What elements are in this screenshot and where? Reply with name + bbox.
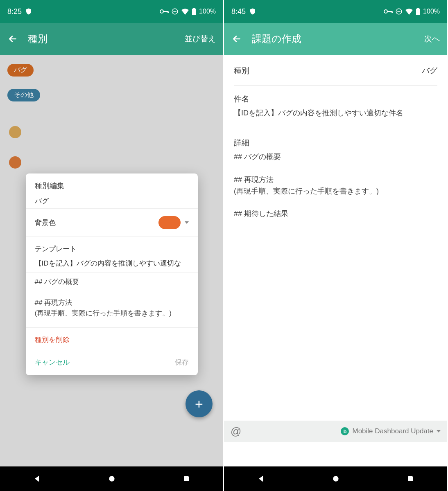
svg-point-6	[384, 10, 387, 13]
page-title: 課題の作成	[252, 32, 424, 45]
android-nav-bar	[224, 466, 447, 491]
wifi-icon	[181, 8, 189, 15]
detail-label: 詳細	[234, 129, 437, 148]
arrow-left-icon	[231, 34, 242, 44]
svg-point-10	[333, 476, 339, 481]
sort-action[interactable]: 並び替え	[185, 34, 216, 44]
battery-text: 100%	[423, 8, 440, 15]
color-swatch	[158, 216, 181, 229]
battery-icon	[192, 8, 197, 15]
save-button[interactable]: 保存	[175, 358, 189, 367]
phone-left: 8:25 100% 種別 並び替え バグ その他	[0, 0, 224, 491]
dialog-title: 種別編集	[35, 181, 189, 191]
type-list-background: バグ その他 種別編集 バグ 背景色 テンプレート 【IDを	[0, 55, 223, 466]
battery-text: 100%	[199, 8, 216, 15]
type-value: バグ	[422, 65, 437, 76]
edit-type-dialog: 種別編集 バグ 背景色 テンプレート 【IDを記入】バグの内容を推測しやすい適切…	[26, 173, 198, 375]
status-icons: 100%	[160, 8, 216, 15]
battery-icon	[416, 8, 421, 15]
type-name-value[interactable]: バグ	[35, 196, 189, 206]
svg-rect-9	[417, 8, 419, 9]
key-icon	[384, 9, 393, 14]
status-time: 8:45	[231, 7, 246, 16]
nav-back[interactable]	[257, 475, 265, 483]
key-icon	[160, 9, 169, 14]
svg-rect-5	[184, 476, 189, 481]
issue-form: 種別 バグ 件名 【IDを記入】バグの内容を推測しやすい適切な件名 詳細 ## …	[224, 55, 447, 466]
svg-point-0	[160, 10, 163, 13]
phone-right: 8:45 100% 課題の作成 次へ 種別 バグ 件名 【IDを記入	[224, 0, 448, 491]
template-body[interactable]: ## バグの概要 ## 再現方法 (再現手順、実際に行った手順を書きます。)	[26, 272, 198, 327]
dnd-icon	[171, 8, 179, 15]
svg-rect-3	[193, 8, 195, 9]
status-bar: 8:25 100%	[0, 0, 223, 23]
editor-toolbar: @ b Mobile Dashboard Update	[224, 421, 447, 442]
shield-icon	[25, 8, 32, 15]
chevron-down-icon	[437, 430, 441, 432]
project-name: Mobile Dashboard Update	[352, 427, 433, 435]
app-bar: 種別 並び替え	[0, 23, 223, 55]
bg-color-picker[interactable]	[158, 216, 189, 229]
nav-back[interactable]	[33, 475, 41, 483]
dnd-icon	[395, 8, 403, 15]
type-field[interactable]: 種別 バグ	[234, 64, 437, 83]
add-fab[interactable]: +	[186, 390, 213, 417]
detail-input[interactable]: ## バグの概要 ## 再現方法 (再現手順、実際に行った手順を書きます。) #…	[234, 148, 437, 228]
nav-home[interactable]	[108, 475, 116, 483]
app-bar: 課題の作成 次へ	[224, 23, 447, 55]
back-button[interactable]	[7, 34, 18, 44]
plus-icon: +	[195, 396, 203, 412]
delete-type-button[interactable]: 種別を削除	[26, 327, 198, 352]
svg-point-4	[109, 476, 115, 481]
project-picker[interactable]: b Mobile Dashboard Update	[341, 427, 441, 435]
project-badge-icon: b	[341, 427, 349, 435]
status-bar: 8:45 100%	[224, 0, 447, 23]
arrow-left-icon	[7, 34, 18, 44]
subject-label: 件名	[234, 86, 437, 104]
subject-input[interactable]: 【IDを記入】バグの内容を推測しやすい適切な件名	[234, 104, 437, 127]
cancel-button[interactable]: キャンセル	[35, 358, 70, 367]
shield-icon	[249, 8, 256, 15]
nav-recent[interactable]	[183, 475, 190, 482]
nav-recent[interactable]	[407, 475, 414, 482]
svg-rect-11	[408, 476, 413, 481]
type-label: 種別	[234, 65, 249, 76]
status-time: 8:25	[7, 7, 22, 16]
android-nav-bar	[0, 466, 223, 491]
status-icons: 100%	[384, 8, 440, 15]
template-subject[interactable]: 【IDを記入】バグの内容を推測しやすい適切な	[35, 259, 189, 268]
template-label: テンプレート	[35, 244, 189, 254]
next-action[interactable]: 次へ	[424, 34, 440, 44]
svg-rect-8	[416, 9, 420, 15]
bg-color-label: 背景色	[35, 218, 56, 227]
page-title: 種別	[28, 32, 185, 45]
svg-rect-2	[192, 9, 196, 15]
back-button[interactable]	[231, 34, 242, 44]
nav-home[interactable]	[332, 475, 340, 483]
mention-button[interactable]: @	[231, 425, 241, 438]
chevron-down-icon	[185, 221, 189, 224]
wifi-icon	[405, 8, 413, 15]
